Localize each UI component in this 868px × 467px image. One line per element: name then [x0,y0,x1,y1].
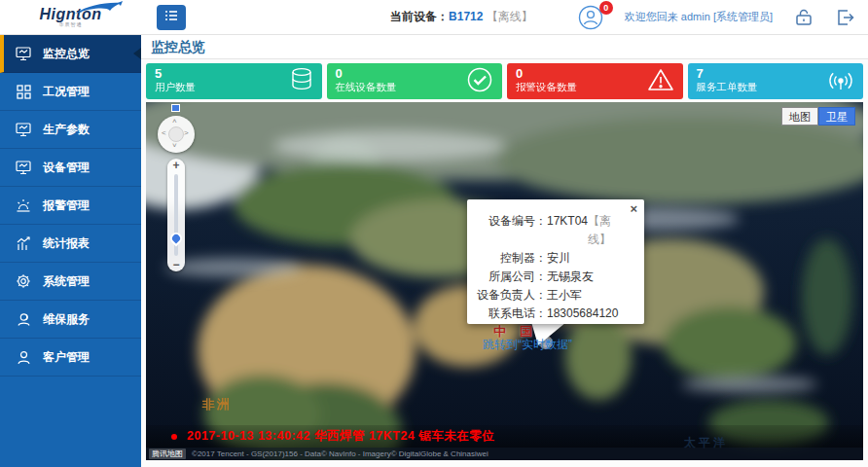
stat-card-users[interactable]: 5 用户数量 [146,63,322,99]
sidebar-item-production-params[interactable]: 生产参数 [0,111,141,149]
user-avatar-button[interactable]: 0 [578,5,603,30]
popup-row: 控制器： 安川 [473,249,634,268]
popup-row: 联系电话： 18305684120 [473,305,634,323]
params-screen-icon [15,123,32,137]
logout-button[interactable] [835,8,854,27]
sidebar-item-label: 生产参数 [43,122,90,138]
ticker-dot-icon [171,434,177,440]
zoom-slider-track[interactable] [174,174,178,256]
world-map[interactable]: 地图 卫星 ˄ ˅ < > + − 中国 非洲 太平洋 × 设备 [146,102,863,460]
pan-left-icon[interactable]: < [162,128,166,137]
map-mode-button[interactable]: 地图 [781,107,818,126]
current-device: 当前设备：B1712 【离线】 [390,9,533,25]
tencent-map-logo: 腾讯地图 [149,449,186,459]
top-header: Hignton 华辰智通 当前设备：B1712 【离线】 0 [0,0,868,35]
logo-subtext: 华辰智通 [59,21,83,27]
monitor-icon [15,47,32,61]
brand-logo: Hignton 华辰智通 [0,0,141,35]
sidebar: 监控总览 工况管理 生产参数 设备管理 [0,35,141,467]
close-icon[interactable]: × [630,203,637,215]
popup-field-label: 设备编号： [473,212,547,249]
alarm-icon [15,198,32,213]
satellite-mode-button[interactable]: 卫星 [818,107,855,126]
sidebar-item-alarm-mgmt[interactable]: 报警管理 [0,187,141,225]
sidebar-item-customer-mgmt[interactable]: 客户管理 [0,339,141,377]
sidebar-toggle-button[interactable] [157,5,186,30]
user-avatar-icon [578,17,603,33]
current-device-label: 当前设备： [390,10,449,23]
sidebar-item-device-mgmt[interactable]: 设备管理 [0,149,141,187]
lock-icon [794,8,814,27]
pan-up-icon[interactable]: ˄ [172,117,177,126]
popup-field-value: 无锡泉友 [547,268,594,286]
map-type-switch: 地图 卫星 [781,107,855,126]
popup-field-value: 安川 [547,249,570,268]
welcome-text: 欢迎您回来 admin [系统管理员] [625,10,773,24]
welcome-prefix: 欢迎您回来 [625,11,678,22]
map-pan-control[interactable]: ˄ ˅ < > [158,116,195,153]
map-attribution: 腾讯地图 ©2017 Tencent - GS(2017)156 - Data©… [146,448,863,460]
zoom-slider-thumb[interactable] [168,231,185,247]
current-device-status: 【离线】 [487,10,533,23]
sidebar-item-label: 设备管理 [43,160,90,176]
gear-icon [15,273,32,289]
sidebar-item-maintenance[interactable]: 维保服务 [0,301,141,339]
stat-card-online-devices[interactable]: 0 在线设备数量 [327,63,503,99]
notification-badge: 0 [599,1,613,15]
device-info-popup: × 设备编号： 17KT04 【离线】 控制器： 安川 所属公司： 无锡泉友 设… [467,199,644,324]
broadcast-icon [827,66,854,97]
active-arrow-icon [133,48,141,59]
lock-button[interactable] [794,8,814,27]
zoom-in-button[interactable]: + [172,159,179,172]
alarm-ticker-text: 2017-10-13 13:40:42 华西焊管 17KT24 锯车未在零位 [187,428,494,445]
welcome-user: admin [系统管理员] [681,11,773,22]
map-zoom-control: + − [167,159,185,271]
popup-device-status: 【离线】 [588,212,634,249]
current-device-value: B1712 [449,10,483,23]
user-icon [15,350,32,365]
popup-field-label: 所属公司： [473,268,547,286]
sidebar-item-label: 统计报表 [43,235,90,252]
attribution-text: ©2017 Tencent - GS(2017)156 - Data© NavI… [192,449,488,458]
pan-down-icon[interactable]: ˅ [172,141,177,150]
popup-row: 所属公司： 无锡泉友 [473,268,634,286]
stat-cards-row: 5 用户数量 0 在线设备数量 0 报警设备数量 [146,63,863,99]
check-circle-icon [466,66,493,97]
pan-right-icon[interactable]: > [184,128,189,137]
sidebar-item-work-condition[interactable]: 工况管理 [0,73,141,111]
menu-list-icon [164,10,178,24]
popup-field-value: 王小军 [547,286,582,305]
popup-field-label: 设备负责人： [473,286,547,305]
popup-field-value: 17KT04 [547,212,588,249]
map-label-africa: 非洲 [202,396,232,413]
popup-field-label: 控制器： [473,249,547,268]
zoom-out-button[interactable]: − [172,258,179,271]
sidebar-item-label: 工况管理 [43,84,90,100]
realtime-data-link[interactable]: 跳转到“实时数据” [483,337,572,353]
sidebar-item-label: 维保服务 [43,311,90,328]
database-icon [290,67,313,96]
support-icon [15,312,32,327]
popup-row: 设备编号： 17KT04 【离线】 [473,212,634,249]
sidebar-item-label: 报警管理 [43,198,90,214]
stat-card-work-orders[interactable]: 7 服务工单数量 [688,63,864,99]
pan-center-icon[interactable] [168,126,184,142]
sidebar-item-label: 客户管理 [43,349,90,366]
grid-icon [15,85,32,99]
sidebar-item-system-mgmt[interactable]: 系统管理 [0,263,141,301]
popup-row: 设备负责人： 王小军 [473,286,634,305]
popup-field-value: 18305684120 [547,305,618,323]
stat-card-alarm-devices[interactable]: 0 报警设备数量 [507,63,683,99]
map-overview-button[interactable] [171,104,180,112]
logout-icon [835,8,854,27]
sidebar-item-monitor-overview[interactable]: 监控总览 [0,35,141,73]
sidebar-item-label: 监控总览 [43,46,90,62]
sidebar-item-label: 系统管理 [43,273,90,290]
logo-swoosh-icon [73,1,124,18]
popup-field-label: 联系电话： [473,305,547,323]
sidebar-item-statistics[interactable]: 统计报表 [0,225,141,263]
device-screen-icon [15,161,32,175]
chart-icon [15,236,32,251]
page-title: 监控总览 [141,35,868,59]
alarm-ticker: 2017-10-13 13:40:42 华西焊管 17KT24 锯车未在零位 [146,425,863,448]
